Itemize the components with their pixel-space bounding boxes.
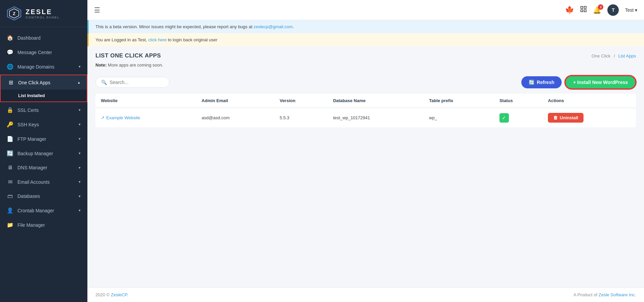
chevron-down-icon: ▾: [79, 180, 81, 184]
notification-badge: 2: [598, 4, 603, 10]
user-avatar: T: [607, 4, 619, 16]
col-actions: Actions: [542, 94, 636, 108]
refresh-button[interactable]: 🔄 Refresh: [521, 76, 562, 88]
trash-icon: 🗑: [553, 115, 558, 120]
chevron-down-icon: ▾: [79, 194, 81, 199]
col-admin-email: Admin Email: [196, 94, 274, 108]
sidebar-item-one-click-apps[interactable]: ⊞ One Click Apps ▴: [1, 75, 87, 90]
chevron-down-icon: ▾: [79, 108, 81, 112]
table-container: Website Admin Email Version Database Nam…: [87, 94, 644, 127]
zesle-logo-icon: Z: [7, 6, 22, 21]
svg-rect-3: [581, 6, 583, 8]
wordpress-icon: ⊞: [7, 79, 14, 86]
breadcrumb: One Click / List Apps: [592, 53, 636, 58]
chevron-down-icon: ▾: [79, 166, 81, 170]
cell-status: ✓: [494, 108, 542, 127]
svg-rect-5: [581, 10, 583, 12]
sidebar-item-manage-domains[interactable]: 🌐 Manage Domains ▾: [0, 59, 87, 74]
external-link-icon: ↗: [101, 115, 105, 120]
sidebar-item-label: One Click Apps: [18, 80, 50, 85]
topbar-right: 🍁 🔔 2 T Test ▾: [565, 4, 637, 16]
col-version: Version: [274, 94, 328, 108]
cell-admin-email: asd@asd.com: [196, 108, 274, 127]
page-header: LIST ONE CLICK APPS One Click / List App…: [87, 46, 644, 61]
chevron-down-icon: ▾: [79, 137, 81, 141]
click-here-link[interactable]: click here: [148, 37, 167, 42]
svg-text:Z: Z: [13, 11, 15, 16]
logo-text-main: ZESLE: [26, 8, 52, 15]
sidebar: Z ZESLE CONTROL PANEL 🏠 Dashboard 💬 Mess…: [0, 0, 87, 302]
notification-icon[interactable]: 🔔 2: [593, 6, 601, 14]
note-text: Note: More apps are coming soon.: [87, 61, 644, 72]
sidebar-item-message-center[interactable]: 💬 Message Center: [0, 45, 87, 59]
main-area: ☰ 🍁 🔔 2 T Test ▾ This is a beta version.…: [87, 0, 644, 302]
cell-website: ↗ Example Website: [95, 108, 196, 127]
website-link[interactable]: ↗ Example Website: [101, 115, 191, 120]
sidebar-item-crontab-manager[interactable]: 👤 Crontab Manager ▾: [0, 203, 87, 218]
topbar-left: ☰: [94, 6, 100, 14]
one-click-apps-section: ⊞ One Click Apps ▴ List Installed: [0, 75, 87, 102]
sidebar-subitem-list-installed[interactable]: List Installed: [1, 90, 87, 101]
sidebar-item-label: Dashboard: [17, 35, 41, 41]
sidebar-item-file-manager[interactable]: 📁 File Manager: [0, 218, 87, 232]
chevron-down-icon: ▾: [79, 122, 81, 127]
search-box: 🔍: [95, 77, 169, 88]
dns-icon: 🖥: [7, 165, 13, 171]
topbar: ☰ 🍁 🔔 2 T Test ▾: [87, 0, 644, 20]
message-icon: 💬: [7, 49, 13, 55]
svg-rect-6: [584, 10, 586, 12]
sidebar-item-label: Manage Domains: [17, 64, 54, 70]
zesle-software-link[interactable]: Zesle Software Inc.: [599, 292, 636, 297]
database-icon: 🗃: [7, 193, 13, 199]
sidebar-item-dns-manager[interactable]: 🖥 DNS Manager ▾: [0, 161, 87, 175]
hamburger-menu[interactable]: ☰: [94, 6, 100, 14]
cell-database-name: test_wp_10172941: [328, 108, 424, 127]
sidebar-item-label: Backup Manager: [17, 151, 53, 156]
sidebar-item-dashboard[interactable]: 🏠 Dashboard: [0, 31, 87, 45]
uninstall-button[interactable]: 🗑 Uninstall: [548, 113, 583, 123]
col-table-prefix: Table prefix: [424, 94, 494, 108]
sidebar-item-email-accounts[interactable]: ✉ Email Accounts ▾: [0, 175, 87, 189]
sidebar-item-label: Crontab Manager: [17, 208, 54, 213]
apps-table: Website Admin Email Version Database Nam…: [95, 94, 636, 127]
sidebar-item-label: Databases: [17, 193, 40, 199]
cell-actions: 🗑 Uninstall: [542, 108, 636, 127]
content-area: This is a beta version. Minor issues mig…: [87, 20, 644, 287]
sidebar-item-label: Message Center: [17, 50, 52, 55]
file-icon: 📄: [7, 136, 13, 142]
toolbar-buttons: 🔄 Refresh + Install New WordPress: [521, 76, 636, 89]
key-icon: 🔑: [7, 121, 13, 128]
maple-leaf-icon: 🍁: [565, 6, 574, 14]
sidebar-item-ftp-manager[interactable]: 📄 FTP Manager ▾: [0, 132, 87, 146]
sidebar-nav: 🏠 Dashboard 💬 Message Center 🌐 Manage Do…: [0, 27, 87, 302]
folder-icon: 📁: [7, 222, 13, 228]
sidebar-item-label: SSL Certs: [17, 107, 39, 113]
crontab-icon: 👤: [7, 207, 13, 214]
zeslecp-link[interactable]: ZesleCP.: [111, 292, 128, 297]
sidebar-logo: Z ZESLE CONTROL PANEL: [0, 0, 87, 27]
beta-email-link[interactable]: zeslecp@gmail.com: [253, 24, 293, 29]
page-title: LIST ONE CLICK APPS: [95, 52, 161, 59]
svg-rect-4: [584, 6, 586, 8]
cell-table-prefix: wp_: [424, 108, 494, 127]
fullscreen-icon[interactable]: [580, 6, 587, 14]
col-website: Website: [95, 94, 196, 108]
sidebar-item-label: SSH Keys: [17, 122, 39, 127]
sidebar-item-ssl-certs[interactable]: 🔒 SSL Certs ▾: [0, 103, 87, 117]
sidebar-item-label: File Manager: [17, 222, 45, 228]
chevron-down-icon: ▾: [79, 208, 81, 213]
sidebar-item-ssh-keys[interactable]: 🔑 SSH Keys ▾: [0, 117, 87, 132]
sidebar-item-label: FTP Manager: [17, 136, 46, 142]
install-wordpress-button[interactable]: + Install New WordPress: [565, 76, 636, 89]
refresh-icon: 🔄: [529, 80, 534, 85]
sidebar-item-databases[interactable]: 🗃 Databases ▾: [0, 189, 87, 203]
cell-version: 5.5.3: [274, 108, 328, 127]
sidebar-item-backup-manager[interactable]: 🔄 Backup Manager ▾: [0, 146, 87, 161]
home-icon: 🏠: [7, 35, 13, 41]
sidebar-item-label: Email Accounts: [17, 179, 50, 185]
chevron-down-icon: ▾: [79, 64, 81, 69]
chevron-down-icon: ▾: [79, 151, 81, 156]
search-input[interactable]: [110, 80, 163, 85]
user-label[interactable]: Test ▾: [625, 7, 637, 13]
footer-right: A Product of Zesle Software Inc.: [573, 292, 636, 297]
